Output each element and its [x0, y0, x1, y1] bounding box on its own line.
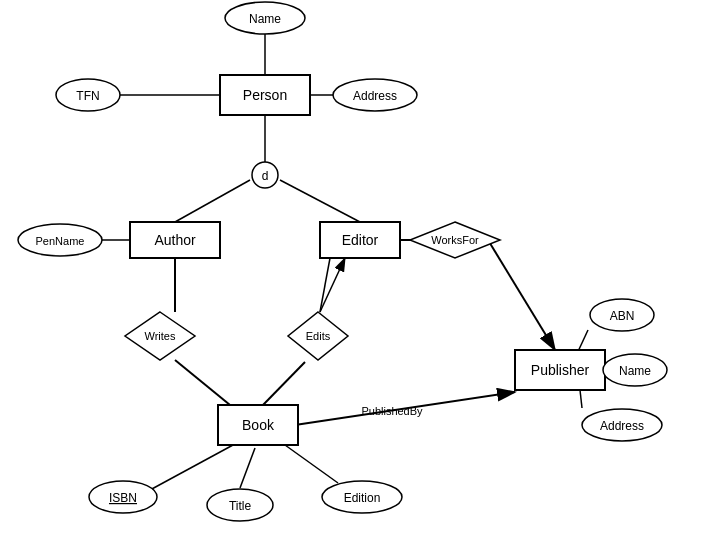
pub-name-attr-label: Name — [619, 364, 651, 378]
title-attr-label: Title — [229, 499, 252, 513]
svg-line-19 — [150, 445, 233, 490]
svg-line-10 — [263, 362, 305, 405]
svg-line-5 — [280, 180, 360, 222]
publisher-label: Publisher — [531, 362, 590, 378]
isbn-attr-label: ISBN — [109, 491, 137, 505]
editor-label: Editor — [342, 232, 379, 248]
er-diagram: Person Author Editor Publisher Book Name… — [0, 0, 701, 540]
svg-line-21 — [285, 445, 338, 483]
specialization-label: d — [262, 169, 269, 183]
svg-line-17 — [580, 390, 582, 408]
svg-line-14 — [488, 240, 555, 350]
penname-attr-label: PenName — [36, 235, 85, 247]
address-person-attr-label: Address — [353, 89, 397, 103]
author-label: Author — [154, 232, 196, 248]
writes-rel-label: Writes — [145, 330, 176, 342]
book-label: Book — [242, 417, 275, 433]
publishedby-rel-label: PublishedBy — [361, 405, 423, 417]
svg-line-9 — [320, 258, 330, 312]
edition-attr-label: Edition — [344, 491, 381, 505]
svg-line-4 — [175, 180, 250, 222]
abn-attr-label: ABN — [610, 309, 635, 323]
name-attr-label: Name — [249, 12, 281, 26]
svg-line-8 — [175, 360, 230, 405]
svg-line-20 — [240, 448, 255, 488]
pub-address-attr-label: Address — [600, 419, 644, 433]
svg-line-22 — [320, 258, 345, 312]
person-label: Person — [243, 87, 287, 103]
tfn-attr-label: TFN — [76, 89, 99, 103]
edits-rel-label: Edits — [306, 330, 331, 342]
worksfor-rel-label: WorksFor — [431, 234, 479, 246]
